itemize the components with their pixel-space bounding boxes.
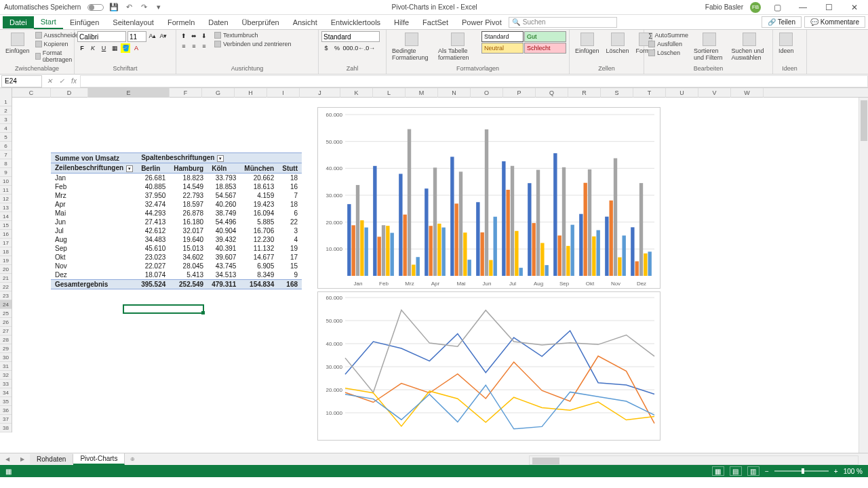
row-header-37[interactable]: 37 xyxy=(0,415,12,424)
fill-color-button[interactable]: 🪣 xyxy=(121,43,130,53)
row-header-4[interactable]: 4 xyxy=(0,124,12,133)
row-header-35[interactable]: 35 xyxy=(0,397,12,406)
row-header-21[interactable]: 21 xyxy=(0,274,12,283)
row-header-2[interactable]: 2 xyxy=(0,106,12,115)
number-format-select[interactable] xyxy=(321,31,380,42)
tab-factset[interactable]: FactSet xyxy=(416,16,455,28)
decrease-font-icon[interactable]: A▾ xyxy=(159,31,168,41)
maximize-icon[interactable]: ☐ xyxy=(819,1,838,14)
col-header-E[interactable]: E xyxy=(88,88,170,98)
tab-seitenlayout[interactable]: Seitenlayout xyxy=(106,16,161,28)
format-as-table-button[interactable]: Als Tabelle formatieren xyxy=(435,31,480,62)
sort-filter-button[interactable]: Sortieren und Filtern xyxy=(691,31,728,62)
row-header-6[interactable]: 6 xyxy=(0,142,12,150)
col-header-L[interactable]: L xyxy=(373,88,406,98)
zoom-slider[interactable] xyxy=(774,470,829,472)
col-header-D[interactable]: D xyxy=(51,88,88,98)
font-name-select[interactable] xyxy=(77,31,126,42)
normal-view-icon[interactable]: ▦ xyxy=(712,466,724,476)
sheet-tab-pivot[interactable]: Pivot-Charts xyxy=(73,453,125,465)
ideas-button[interactable]: Ideen xyxy=(776,31,797,56)
col-header-M[interactable]: M xyxy=(406,88,438,98)
decrease-decimal-icon[interactable]: .0→ xyxy=(365,43,374,53)
teilen-button[interactable]: 🔗 Teilen xyxy=(762,16,802,28)
col-header-C[interactable]: C xyxy=(12,88,51,98)
col-header-F[interactable]: F xyxy=(170,88,202,98)
user-avatar[interactable]: FB xyxy=(750,2,761,13)
sheet-tab-rohdaten[interactable]: Rohdaten xyxy=(30,454,73,464)
cell-style-gut[interactable]: Gut xyxy=(524,31,566,42)
align-top-icon[interactable]: ⬆ xyxy=(179,31,189,41)
row-header-26[interactable]: 26 xyxy=(0,318,12,327)
pivot-table[interactable]: Summe von UmsatzSpaltenbeschriftungen▾Ze… xyxy=(51,152,302,289)
row-header-30[interactable]: 30 xyxy=(0,353,12,362)
redo-icon[interactable]: ↷ xyxy=(139,3,149,12)
sheet-nav-prev[interactable]: ◀ xyxy=(0,456,15,462)
active-cell[interactable] xyxy=(123,304,204,314)
row-header-16[interactable]: 16 xyxy=(0,230,12,239)
row-header-32[interactable]: 32 xyxy=(0,371,12,380)
border-button[interactable]: ▦ xyxy=(110,43,119,53)
autosave-toggle[interactable] xyxy=(87,4,104,11)
tab-einfuegen[interactable]: Einfügen xyxy=(63,16,106,28)
formula-bar[interactable] xyxy=(80,75,868,87)
zoom-in-icon[interactable]: + xyxy=(834,468,838,475)
row-header-27[interactable]: 27 xyxy=(0,327,12,336)
row-header-19[interactable]: 19 xyxy=(0,256,12,265)
percent-icon[interactable]: % xyxy=(332,43,342,53)
row-header-31[interactable]: 31 xyxy=(0,362,12,371)
row-header-8[interactable]: 8 xyxy=(0,159,12,168)
col-header-G[interactable]: G xyxy=(202,88,235,98)
bold-button[interactable]: F xyxy=(77,43,87,53)
zoom-out-icon[interactable]: − xyxy=(765,468,769,475)
vertical-scrollbar[interactable] xyxy=(859,98,868,453)
search-input[interactable]: 🔍 Suchen xyxy=(509,17,617,28)
row-header-14[interactable]: 14 xyxy=(0,212,12,221)
col-header-S[interactable]: S xyxy=(601,88,633,98)
font-color-button[interactable]: A xyxy=(132,43,141,53)
tab-powerpivot[interactable]: Power Pivot xyxy=(455,16,509,28)
autosum-button[interactable]: ∑AutoSumme xyxy=(647,31,690,39)
row-header-34[interactable]: 34 xyxy=(0,388,12,397)
zoom-level[interactable]: 100 % xyxy=(844,468,863,475)
kommentare-button[interactable]: 💬 Kommentare xyxy=(804,16,865,28)
sheet-nav-next[interactable]: ▶ xyxy=(15,456,30,462)
fill-handle[interactable] xyxy=(201,311,205,314)
col-header-J[interactable]: J xyxy=(300,88,340,98)
insert-cells-button[interactable]: Einfügen xyxy=(572,31,602,56)
page-layout-view-icon[interactable]: ▤ xyxy=(730,466,742,476)
row-header-7[interactable]: 7 xyxy=(0,150,12,159)
row-header-36[interactable]: 36 xyxy=(0,406,12,415)
row-header-29[interactable]: 29 xyxy=(0,344,12,353)
row-header-11[interactable]: 11 xyxy=(0,186,12,195)
align-middle-icon[interactable]: ⬌ xyxy=(189,31,199,41)
paste-button[interactable]: Einfügen xyxy=(3,31,33,56)
col-header-K[interactable]: K xyxy=(340,88,373,98)
col-header-Q[interactable]: Q xyxy=(536,88,568,98)
merge-button[interactable]: Verbinden und zentrieren xyxy=(213,40,293,48)
align-bottom-icon[interactable]: ⬇ xyxy=(199,31,209,41)
fill-button[interactable]: Ausfüllen xyxy=(647,40,690,48)
row-header-12[interactable]: 12 xyxy=(0,195,12,203)
row-header-22[interactable]: 22 xyxy=(0,283,12,291)
tab-hilfe[interactable]: Hilfe xyxy=(387,16,416,28)
thousand-icon[interactable]: 000 xyxy=(343,43,353,53)
pivot-line-chart[interactable]: 10.00020.00030.00040.00050.00060.000 xyxy=(317,291,660,441)
tab-formeln[interactable]: Formeln xyxy=(161,16,201,28)
row-header-5[interactable]: 5 xyxy=(0,133,12,142)
italic-button[interactable]: K xyxy=(88,43,98,53)
increase-font-icon[interactable]: A▴ xyxy=(148,31,157,41)
row-header-33[interactable]: 33 xyxy=(0,380,12,388)
select-all-corner[interactable] xyxy=(0,88,12,98)
delete-cells-button[interactable]: Löschen xyxy=(604,31,632,56)
row-header-17[interactable]: 17 xyxy=(0,239,12,247)
row-header-3[interactable]: 3 xyxy=(0,115,12,124)
cancel-formula-icon[interactable]: ✕ xyxy=(43,75,56,87)
pivot-bar-chart[interactable]: 10.00020.00030.00040.00050.00060.000JanF… xyxy=(317,107,660,289)
tab-datei[interactable]: Datei xyxy=(3,16,34,28)
name-box[interactable] xyxy=(1,75,42,87)
col-header-I[interactable]: I xyxy=(267,88,300,98)
row-header-1[interactable]: 1 xyxy=(0,98,12,106)
fx-icon[interactable]: fx xyxy=(68,75,80,87)
row-header-13[interactable]: 13 xyxy=(0,203,12,212)
